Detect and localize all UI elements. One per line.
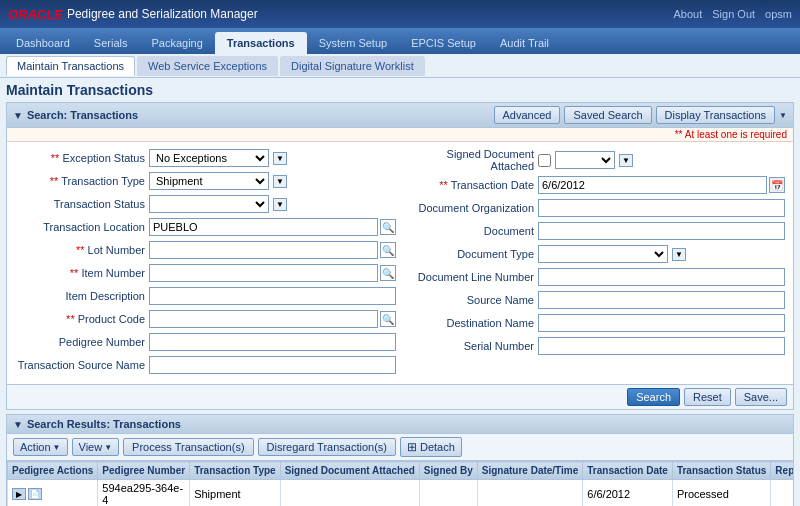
transaction-source-input[interactable] (149, 356, 396, 374)
col-transaction-type: Transaction Type (190, 462, 281, 480)
doc-org-label: Document Organization (404, 202, 534, 214)
transaction-type-dropdown-arrow[interactable]: ▼ (273, 175, 287, 188)
signed-doc-row: Signed Document Attached ▼ (404, 148, 785, 172)
item-description-input[interactable] (149, 287, 396, 305)
item-number-label: Item Number (15, 267, 145, 279)
serial-number-input[interactable] (538, 337, 785, 355)
results-collapse-icon[interactable]: ▼ (13, 419, 23, 430)
source-name-input[interactable] (538, 291, 785, 309)
advanced-button[interactable]: Advanced (494, 106, 561, 124)
col-status: Transaction Status (672, 462, 770, 480)
col-signed-doc: Signed Document Attached (280, 462, 419, 480)
sub-tab-digital-sig[interactable]: Digital Signature Worklist (280, 56, 425, 76)
transaction-location-search-icon[interactable]: 🔍 (380, 219, 396, 235)
transaction-status-dropdown-arrow[interactable]: ▼ (273, 198, 287, 211)
transaction-date-calendar-icon[interactable]: 📅 (769, 177, 785, 193)
transaction-date-input[interactable] (538, 176, 767, 194)
transaction-source-label: Transaction Source Name (15, 359, 145, 371)
about-link[interactable]: About (674, 8, 703, 20)
nav-tab-audit-trail[interactable]: Audit Trail (488, 32, 561, 54)
item-description-label: Item Description (15, 290, 145, 302)
view-label: View (79, 441, 103, 453)
serial-number-label: Serial Number (404, 340, 534, 352)
lot-number-search-icon[interactable]: 🔍 (380, 242, 396, 258)
action-dropdown[interactable]: Action ▼ (13, 438, 68, 456)
signed-doc-checkbox[interactable] (538, 154, 551, 167)
results-toolbar: Action ▼ View ▼ Process Transaction(s) D… (7, 434, 793, 461)
document-label: Document (404, 225, 534, 237)
nav-tab-dashboard[interactable]: Dashboard (4, 32, 82, 54)
nav-tab-transactions[interactable]: Transactions (215, 32, 307, 54)
transaction-location-input-group: 🔍 (149, 218, 396, 236)
source-name-row: Source Name (404, 290, 785, 310)
doc-org-input[interactable] (538, 199, 785, 217)
saved-search-button[interactable]: Saved Search (564, 106, 651, 124)
view-dropdown[interactable]: View ▼ (72, 438, 120, 456)
doc-line-label: Document Line Number (404, 271, 534, 283)
transaction-location-input[interactable] (149, 218, 378, 236)
sub-tab-maintain[interactable]: Maintain Transactions (6, 56, 135, 76)
row1-action-icon1[interactable]: ▶ (12, 488, 26, 500)
pedigree-number-row: Pedigree Number (15, 332, 396, 352)
doc-line-input[interactable] (538, 268, 785, 286)
search-panel: ▼ Search: Transactions Advanced Saved Se… (6, 102, 794, 410)
item-number-input-group: 🔍 (149, 264, 396, 282)
document-input[interactable] (538, 222, 785, 240)
action-dropdown-arrow: ▼ (53, 443, 61, 452)
source-name-label: Source Name (404, 294, 534, 306)
results-panel: ▼ Search Results: Transactions Action ▼ … (6, 414, 794, 506)
pedigree-number-input[interactable] (149, 333, 396, 351)
signed-doc-select[interactable] (555, 151, 615, 169)
doc-type-row: Document Type ▼ (404, 244, 785, 264)
app-title: Pedigree and Serialization Manager (67, 7, 258, 21)
item-description-row: Item Description (15, 286, 396, 306)
nav-tab-system-setup[interactable]: System Setup (307, 32, 399, 54)
col-reprocessable: Reprocessable (771, 462, 793, 480)
transaction-type-select[interactable]: Shipment (149, 172, 269, 190)
signout-link[interactable]: Sign Out (712, 8, 755, 20)
row1-trans-date: 6/6/2012 (583, 480, 673, 507)
results-panel-title: Search Results: Transactions (27, 418, 181, 430)
row1-action-icon2[interactable]: 📄 (28, 488, 42, 500)
col-pedigree-number: Pedigree Number (98, 462, 190, 480)
sub-tab-webservice[interactable]: Web Service Exceptions (137, 56, 278, 76)
exception-status-dropdown-arrow[interactable]: ▼ (273, 152, 287, 165)
row1-reprocessable (771, 480, 793, 507)
item-number-input[interactable] (149, 264, 378, 282)
product-code-search-icon[interactable]: 🔍 (380, 311, 396, 327)
nav-tab-epcis-setup[interactable]: EPCIS Setup (399, 32, 488, 54)
doc-type-select[interactable] (538, 245, 668, 263)
item-number-row: Item Number 🔍 (15, 263, 396, 283)
doc-type-label: Document Type (404, 248, 534, 260)
product-code-input[interactable] (149, 310, 378, 328)
collapse-icon[interactable]: ▼ (13, 110, 23, 121)
sub-nav: Maintain Transactions Web Service Except… (0, 54, 800, 78)
search-button[interactable]: Search (627, 388, 680, 406)
signed-doc-dropdown-arrow[interactable]: ▼ (619, 154, 633, 167)
results-table-wrapper: Pedigree Actions Pedigree Number Transac… (7, 461, 793, 506)
disregard-button[interactable]: Disregard Transaction(s) (258, 438, 396, 456)
reset-button[interactable]: Reset (684, 388, 731, 406)
lot-number-row: Lot Number 🔍 (15, 240, 396, 260)
app-header: ORACLE Pedigree and Serialization Manage… (0, 0, 800, 28)
nav-tab-packaging[interactable]: Packaging (139, 32, 214, 54)
transaction-status-select[interactable] (149, 195, 269, 213)
transaction-status-row: Transaction Status ▼ (15, 194, 396, 214)
doc-line-row: Document Line Number (404, 267, 785, 287)
process-button[interactable]: Process Transaction(s) (123, 438, 253, 456)
exception-status-label: Exception Status (15, 152, 145, 164)
dest-name-input[interactable] (538, 314, 785, 332)
doc-type-dropdown-arrow[interactable]: ▼ (672, 248, 686, 261)
exception-status-select[interactable]: No Exceptions (149, 149, 269, 167)
logo-area: ORACLE Pedigree and Serialization Manage… (8, 7, 258, 22)
doc-org-row: Document Organization (404, 198, 785, 218)
detach-button[interactable]: ⊞ Detach (400, 437, 462, 457)
lot-number-input[interactable] (149, 241, 378, 259)
search-panel-title: Search: Transactions (27, 109, 138, 121)
nav-tab-serials[interactable]: Serials (82, 32, 140, 54)
display-transactions-button[interactable]: Display Transactions (656, 106, 776, 124)
item-number-search-icon[interactable]: 🔍 (380, 265, 396, 281)
document-row: Document (404, 221, 785, 241)
search-form-right: Signed Document Attached ▼ Transaction D… (400, 146, 789, 380)
save-button[interactable]: Save... (735, 388, 787, 406)
